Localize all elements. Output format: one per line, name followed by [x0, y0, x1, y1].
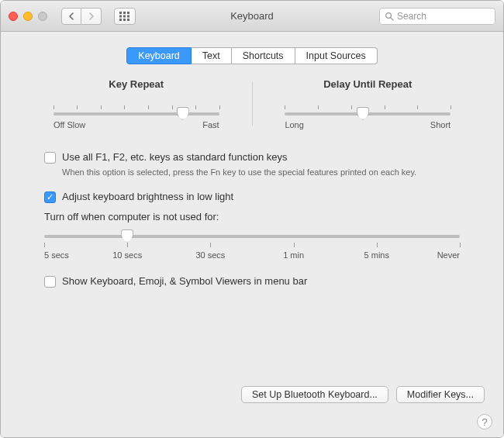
- fn-keys-label: Use all F1, F2, etc. keys as standard fu…: [62, 151, 287, 163]
- help-button[interactable]: ?: [477, 414, 492, 429]
- bluetooth-button[interactable]: Set Up Bluetooth Keyboard...: [241, 386, 388, 403]
- timeout-thumb[interactable]: [121, 229, 133, 243]
- key-repeat-thumb[interactable]: [177, 107, 189, 120]
- timeout-label: Turn off when computer is not used for:: [44, 211, 460, 222]
- show-all-button[interactable]: [114, 8, 136, 25]
- svg-rect-5: [127, 15, 129, 17]
- tab-text[interactable]: Text: [192, 47, 232, 64]
- delay-repeat-slider[interactable]: [285, 112, 450, 116]
- svg-rect-1: [123, 12, 126, 14]
- key-repeat-right-label: Fast: [202, 120, 219, 129]
- key-repeat-ticks: [54, 105, 219, 111]
- close-icon[interactable]: [9, 12, 18, 21]
- button-row: Set Up Bluetooth Keyboard... Modifier Ke…: [241, 386, 485, 403]
- forward-button[interactable]: [81, 8, 102, 25]
- svg-line-10: [391, 17, 393, 19]
- grid-icon: [119, 12, 130, 21]
- key-repeat-title: Key Repeat: [44, 78, 229, 90]
- toolbar: Keyboard Search: [1, 1, 503, 32]
- svg-rect-4: [123, 15, 126, 17]
- nav-buttons: [61, 8, 102, 25]
- delay-repeat-left-label: Long: [285, 120, 303, 129]
- delay-repeat-section: Delay Until Repeat Long Short: [253, 78, 484, 129]
- delay-repeat-thumb[interactable]: [357, 107, 369, 120]
- search-icon: [385, 12, 394, 21]
- tab-keyboard[interactable]: Keyboard: [126, 47, 192, 64]
- back-button[interactable]: [61, 8, 81, 25]
- timeout-labels: 5 secs10 secs30 secs1 min5 minsNever: [44, 250, 460, 261]
- maximize-icon: [38, 12, 47, 21]
- svg-rect-0: [119, 12, 122, 14]
- delay-repeat-title: Delay Until Repeat: [276, 78, 461, 90]
- delay-repeat-right-label: Short: [430, 120, 450, 129]
- timeout-ticks: [44, 243, 460, 249]
- brightness-checkbox[interactable]: ✓: [44, 191, 56, 203]
- tab-bar: Keyboard Text Shortcuts Input Sources: [15, 47, 489, 64]
- search-placeholder: Search: [397, 11, 426, 22]
- timeout-slider[interactable]: 5 secs10 secs30 secs1 min5 minsNever: [44, 235, 460, 261]
- minimize-icon[interactable]: [23, 12, 33, 21]
- svg-rect-8: [127, 19, 129, 21]
- key-repeat-left-label: Off Slow: [54, 120, 85, 129]
- fn-keys-checkbox[interactable]: [44, 152, 56, 164]
- tab-input-sources[interactable]: Input Sources: [295, 47, 378, 64]
- svg-rect-3: [119, 15, 122, 17]
- window-controls: [9, 12, 47, 21]
- content-area: Keyboard Text Shortcuts Input Sources Ke…: [1, 32, 503, 437]
- keyboard-panel: Key Repeat Off Slow Fast Delay Until Rep…: [15, 78, 489, 288]
- svg-rect-6: [119, 19, 122, 21]
- key-repeat-slider[interactable]: [54, 112, 219, 116]
- tab-shortcuts[interactable]: Shortcuts: [232, 47, 295, 64]
- brightness-label: Adjust keyboard brightness in low light: [62, 191, 233, 202]
- search-input[interactable]: Search: [379, 8, 495, 25]
- fn-keys-sublabel: When this option is selected, press the …: [62, 167, 460, 178]
- modifier-keys-button[interactable]: Modifier Keys...: [396, 386, 485, 403]
- key-repeat-section: Key Repeat Off Slow Fast: [21, 78, 252, 129]
- viewers-checkbox[interactable]: [44, 276, 56, 288]
- svg-rect-2: [127, 12, 129, 14]
- viewers-label: Show Keyboard, Emoji, & Symbol Viewers i…: [62, 275, 307, 287]
- svg-rect-7: [123, 19, 126, 21]
